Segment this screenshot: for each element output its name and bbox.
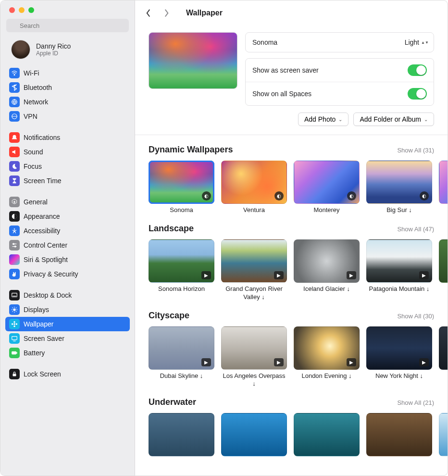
section-dynamic: Dynamic Wallpapers Show All (31) ◐Sonoma… — [149, 145, 448, 214]
window-controls — [0, 0, 135, 17]
current-wallpaper-preview — [149, 32, 237, 89]
siri-icon — [9, 254, 20, 265]
main-panel: Wallpaper Sonoma Light ▲▼ — [135, 0, 448, 476]
sidebar-item-siri[interactable]: Siri & Spotlight — [5, 252, 130, 267]
sidebar-item-vpn[interactable]: VPN — [5, 109, 130, 124]
sidebar-item-focus[interactable]: Focus — [5, 159, 130, 174]
screen-saver-toggle[interactable] — [408, 64, 427, 76]
add-photo-button[interactable]: Add Photo⌄ — [298, 113, 348, 126]
sidebar-item-network[interactable]: Network — [5, 95, 130, 109]
close-window-button[interactable] — [9, 7, 15, 13]
sidebar-item-sound[interactable]: Sound — [5, 145, 130, 159]
svg-point-7 — [14, 228, 15, 230]
play-icon: ▶ — [201, 271, 211, 279]
dynamic-icon: ◐ — [274, 191, 284, 200]
opt-all-spaces-label: Show on all Spaces — [252, 90, 311, 98]
svg-point-5 — [13, 201, 15, 203]
flower-icon — [9, 319, 20, 329]
accessibility-icon — [9, 225, 20, 236]
sidebar-item-notifications[interactable]: Notifications — [5, 130, 130, 145]
wallpaper-thumb[interactable] — [439, 413, 448, 456]
add-folder-button[interactable]: Add Folder or Album⌄ — [353, 113, 434, 126]
sidebar-item-privacy[interactable]: Privacy & Security — [5, 267, 130, 281]
section-landscape: Landscape Show All (47) ▶Sonoma Horizon … — [149, 224, 448, 301]
wallpaper-thumb[interactable]: ▶Dubai Skyline ↓ — [149, 326, 214, 388]
section-title: Dynamic Wallpapers — [149, 145, 233, 155]
dynamic-icon: ◐ — [202, 191, 211, 200]
chevron-down-icon: ⌄ — [338, 117, 342, 122]
sidebar-item-screen-time[interactable]: Screen Time — [5, 174, 130, 188]
lock-icon — [9, 369, 20, 379]
wallpaper-thumb[interactable] — [221, 413, 287, 456]
wallpaper-thumb[interactable]: ▶Patagonia Mountain ↓ — [366, 239, 432, 301]
wallpaper-thumb[interactable] — [439, 326, 448, 388]
hand-icon — [9, 269, 20, 279]
all-spaces-toggle[interactable] — [408, 88, 427, 100]
svg-point-24 — [13, 321, 15, 323]
wallpaper-thumb[interactable]: ▶London Evening ↓ — [294, 326, 360, 388]
wallpaper-thumb[interactable]: ▶New York Night ↓ — [366, 326, 432, 388]
appearance-select[interactable]: Light ▲▼ — [405, 38, 427, 46]
svg-point-11 — [14, 246, 16, 247]
wallpaper-thumb[interactable]: ▶Grand Canyon River Valley ↓ — [221, 239, 287, 301]
back-button[interactable] — [146, 8, 155, 18]
svg-line-19 — [12, 308, 13, 308]
svg-point-2 — [14, 75, 15, 75]
bell-icon — [9, 132, 20, 143]
wallpaper-thumb[interactable]: ◐Ventura — [221, 161, 287, 214]
wallpaper-thumb[interactable] — [149, 413, 214, 456]
svg-rect-28 — [12, 337, 17, 340]
svg-rect-33 — [13, 374, 16, 376]
sidebar-item-wifi[interactable]: Wi-Fi — [5, 66, 130, 80]
wallpaper-thumb[interactable]: ▶Los Angeles Overpass ↓ — [221, 326, 287, 388]
show-all-dynamic[interactable]: Show All (31) — [397, 147, 434, 154]
sidebar-item-bluetooth[interactable]: Bluetooth — [5, 80, 130, 95]
forward-button[interactable] — [164, 8, 174, 18]
sidebar-item-screen-saver[interactable]: Screen Saver — [5, 331, 130, 346]
sidebar-item-general[interactable]: General — [5, 195, 130, 209]
section-title: Underwater — [149, 397, 196, 407]
wallpaper-thumb[interactable] — [294, 413, 360, 456]
sidebar-item-battery[interactable]: Battery — [5, 346, 130, 360]
show-all-landscape[interactable]: Show All (47) — [397, 225, 434, 233]
svg-rect-32 — [12, 352, 16, 354]
svg-point-25 — [13, 326, 15, 327]
svg-point-9 — [13, 243, 14, 245]
bluetooth-icon — [9, 82, 20, 93]
play-icon: ▶ — [274, 358, 284, 366]
wallpaper-thumb[interactable]: ◐Monterey — [294, 161, 360, 214]
sidebar-item-control-center[interactable]: Control Center — [5, 238, 130, 252]
gear-icon — [9, 197, 20, 207]
chevron-down-icon: ⌄ — [424, 117, 428, 122]
chevron-updown-icon: ▲▼ — [421, 41, 427, 44]
wallpaper-options-card: Show as screen saver Show on all Spaces — [245, 58, 434, 106]
vpn-icon — [9, 111, 20, 122]
speaker-icon — [9, 147, 20, 157]
show-all-underwater[interactable]: Show All (21) — [397, 399, 434, 406]
wallpaper-thumb[interactable]: ▶Sonoma Horizon — [149, 239, 214, 301]
sidebar-item-accessibility[interactable]: Accessibility — [5, 224, 130, 238]
wallpaper-thumb[interactable]: ◐Big Sur ↓ — [366, 161, 432, 214]
sidebar-item-appearance[interactable]: Appearance — [5, 209, 130, 224]
sidebar-item-displays[interactable]: Displays — [5, 302, 130, 317]
wallpaper-thumb[interactable]: ◐Sonoma — [149, 161, 214, 214]
svg-line-22 — [16, 308, 16, 308]
play-icon: ▶ — [201, 358, 211, 366]
svg-point-26 — [12, 323, 13, 325]
sidebar-item-wallpaper[interactable]: Wallpaper — [5, 317, 130, 331]
wallpaper-thumb[interactable] — [439, 239, 448, 301]
sidebar-item-lock-screen[interactable]: Lock Screen — [5, 367, 130, 381]
hourglass-icon — [9, 175, 20, 186]
svg-line-20 — [16, 311, 16, 312]
wallpaper-thumb[interactable] — [439, 161, 448, 214]
zoom-window-button[interactable] — [28, 7, 34, 13]
search-input[interactable] — [6, 19, 129, 32]
wallpaper-thumb[interactable] — [366, 413, 432, 456]
minimize-window-button[interactable] — [19, 7, 25, 13]
svg-point-14 — [13, 308, 15, 311]
sidebar-item-desktop-dock[interactable]: Desktop & Dock — [5, 288, 130, 302]
dynamic-icon: ◐ — [420, 191, 429, 200]
apple-id-button[interactable]: Danny Rico Apple ID — [0, 37, 135, 66]
wallpaper-thumb[interactable]: ▶Iceland Glacier ↓ — [294, 239, 360, 301]
show-all-cityscape[interactable]: Show All (30) — [397, 313, 434, 320]
